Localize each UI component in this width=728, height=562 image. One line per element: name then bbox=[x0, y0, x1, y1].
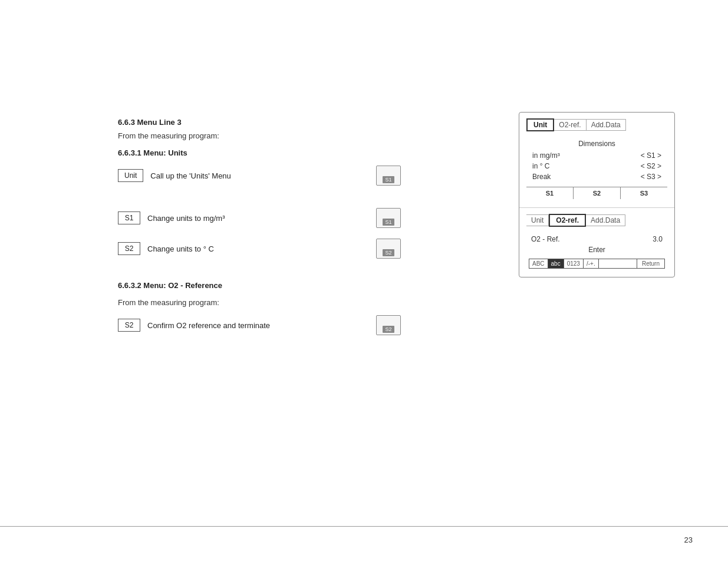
btn-label-s1: S1 bbox=[383, 176, 394, 183]
dim-row-mg: in mg/m³ < S1 > bbox=[526, 151, 667, 160]
keyboard-row: ABC abc 0123 /-+. Return bbox=[529, 259, 665, 269]
tab-adddata-2[interactable]: Add.Data bbox=[586, 214, 625, 226]
desc-s1: Change units to mg/m³ bbox=[147, 214, 369, 223]
tab-o2ref-1[interactable]: O2-ref. bbox=[554, 119, 586, 131]
key-unit: Unit bbox=[118, 169, 143, 182]
tab-o2ref-active[interactable]: O2-ref. bbox=[549, 214, 586, 227]
kb-ABC[interactable]: ABC bbox=[529, 259, 548, 268]
screen-content-units: Dimensions in mg/m³ < S1 > in ° C < S2 >… bbox=[526, 140, 667, 181]
o2-ref-row: O2 - Ref. 3.0 bbox=[526, 235, 667, 243]
kb-0123[interactable]: 0123 bbox=[564, 259, 584, 268]
key-s2-confirm: S2 bbox=[118, 319, 140, 332]
o2-ref-value: 3.0 bbox=[653, 235, 663, 243]
page: 6.6.3 Menu Line 3 From the measuring pro… bbox=[0, 0, 728, 562]
button-s1-unit[interactable]: S1 bbox=[376, 166, 401, 186]
desc-unit: Call up the 'Units' Menu bbox=[150, 171, 369, 180]
screen-btn-s3[interactable]: S3 bbox=[621, 187, 667, 199]
tab-unit-2[interactable]: Unit bbox=[526, 214, 549, 226]
screen-btn-s1[interactable]: S1 bbox=[526, 187, 574, 199]
subsection2-intro: From the measuring program: bbox=[118, 298, 401, 307]
page-divider bbox=[0, 526, 728, 527]
button-s1-mg[interactable]: S1 bbox=[376, 208, 401, 228]
desc-s2-c: Change units to ° C bbox=[147, 244, 369, 253]
tab-unit[interactable]: Unit bbox=[526, 118, 554, 131]
kb-plus-minus[interactable]: /-+. bbox=[584, 259, 599, 268]
button-s2-confirm[interactable]: S2 bbox=[376, 315, 401, 335]
dimensions-title: Dimensions bbox=[526, 140, 667, 148]
tab-row-2: Unit O2-ref. Add.Data bbox=[526, 214, 667, 227]
dim-mg-value: < S1 > bbox=[641, 151, 661, 160]
btn-label-s2-c: S2 bbox=[383, 249, 394, 256]
step-s1: S1 Change units to mg/m³ S1 bbox=[118, 208, 401, 228]
device-panel: Unit O2-ref. Add.Data Dimensions in mg/m… bbox=[519, 112, 675, 277]
left-content: 6.6.3 Menu Line 3 From the measuring pro… bbox=[118, 118, 401, 346]
dim-mg-label: in mg/m³ bbox=[532, 151, 560, 160]
button-s2-c[interactable]: S2 bbox=[376, 239, 401, 259]
subsection1-title: 6.6.3.1 Menu: Units bbox=[118, 148, 401, 157]
main-section-title: 6.6.3 Menu Line 3 bbox=[118, 118, 401, 127]
dim-c-value: < S2 > bbox=[641, 162, 661, 170]
kb-return[interactable]: Return bbox=[637, 259, 664, 268]
btn-label-s1-mg: S1 bbox=[383, 219, 394, 226]
dim-row-break: Break < S3 > bbox=[526, 173, 667, 181]
screen-units: Unit O2-ref. Add.Data Dimensions in mg/m… bbox=[519, 113, 674, 208]
key-s1: S1 bbox=[118, 211, 140, 224]
main-intro: From the measuring program: bbox=[118, 131, 401, 140]
key-s2-c: S2 bbox=[118, 242, 140, 255]
screen-o2ref: Unit O2-ref. Add.Data O2 - Ref. 3.0 Ente… bbox=[519, 208, 674, 277]
screen-btn-row-1: S1 S2 S3 bbox=[526, 187, 667, 199]
kb-abc[interactable]: abc bbox=[548, 259, 564, 268]
btn-label-s2-confirm: S2 bbox=[383, 326, 394, 333]
dim-row-c: in ° C < S2 > bbox=[526, 162, 667, 170]
tab-row-1: Unit O2-ref. Add.Data bbox=[526, 118, 667, 131]
dim-c-label: in ° C bbox=[532, 162, 549, 170]
step-unit: Unit Call up the 'Units' Menu S1 bbox=[118, 166, 401, 186]
tab-adddata-1[interactable]: Add.Data bbox=[587, 119, 626, 131]
desc-s2-confirm: Confirm O2 reference and terminate bbox=[147, 321, 369, 330]
step-s2-confirm: S2 Confirm O2 reference and terminate S2 bbox=[118, 315, 401, 335]
o2-ref-label: O2 - Ref. bbox=[531, 235, 560, 243]
step-s2-c: S2 Change units to ° C S2 bbox=[118, 239, 401, 259]
screen-btn-s2[interactable]: S2 bbox=[574, 187, 621, 199]
dim-break-value: < S3 > bbox=[641, 173, 661, 181]
dim-break-label: Break bbox=[532, 173, 551, 181]
subsection2-title: 6.6.3.2 Menu: O2 - Reference bbox=[118, 281, 401, 290]
o2-enter-label: Enter bbox=[526, 246, 667, 254]
page-number: 23 bbox=[684, 535, 693, 544]
